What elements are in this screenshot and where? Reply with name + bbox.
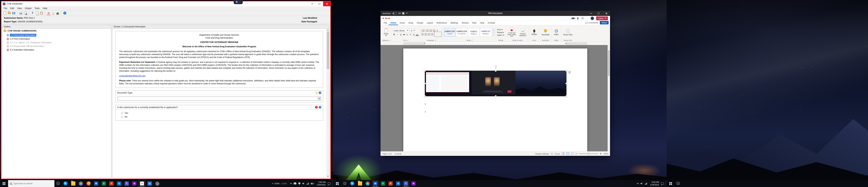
taskbar-app-word[interactable]: W [372,180,379,187]
styles-gallery-more-button[interactable] [492,34,495,36]
select-button[interactable]: Select [497,34,504,36]
taskbar-app-firefox[interactable] [85,180,92,187]
tree-root-node[interactable]: CVM ONADE SUBMISSIONS [2,29,111,33]
menu-view[interactable]: View [16,7,24,10]
more-options-icon[interactable]: … [586,18,589,19]
align-center-button[interactable] [424,33,427,36]
document-scrollbar[interactable] [608,45,610,151]
numbered-list-button[interactable] [425,29,429,32]
borders-button[interactable] [434,33,442,36]
taskbar-app-powerpoint[interactable]: P [387,180,395,187]
tree-item-form-information[interactable]: 2.0 Form Information [2,37,111,41]
task-view-button[interactable] [55,180,62,187]
save-button[interactable] [12,11,16,15]
text-highlight-button[interactable]: A [412,33,415,36]
sensitivity-button[interactable]: Sensitivity [540,29,551,36]
resize-handle-s[interactable] [495,95,497,97]
scrollbar-thumb[interactable] [608,50,610,76]
display-settings-button[interactable]: Display Settings [535,153,549,155]
open-button[interactable] [7,11,11,15]
share-screen-icon[interactable] [581,17,584,19]
read-mode-button[interactable] [562,153,564,155]
taskbar-app-onenote[interactable]: N [130,180,138,187]
start-button[interactable] [333,180,341,187]
tree-item-us-agent-information[interactable]: 3.0 U.S. Agent / U.S. Employee Informati… [2,41,111,44]
network-icon[interactable] [645,183,647,185]
taskbar-app-settings[interactable] [153,180,161,187]
dialog-launcher-icon[interactable] [407,40,408,41]
news-and-interests-widget[interactable]: DOW -1.01% [270,183,289,185]
tab-review[interactable]: Review [460,21,470,25]
superscript-button[interactable]: x² [409,33,412,36]
critical-required-icon[interactable]: ! [315,106,318,109]
hints-button[interactable] [51,11,55,15]
minimize-button[interactable] [587,11,595,16]
style-no-spacing[interactable]: AaBbCcDdNo Spacing [456,28,467,37]
microphone-icon[interactable] [577,17,579,19]
teams-screen-share-pill[interactable] [234,0,243,4]
bold-button[interactable]: B [393,33,396,36]
zoom-in-button[interactable] [600,153,601,154]
taskbar-app-chrome[interactable] [77,180,85,187]
taskbar-app-edge[interactable]: e [62,180,69,187]
scroll-up-button[interactable] [327,29,329,31]
editor-button[interactable]: Editor [553,29,560,36]
network-icon[interactable] [307,183,309,185]
layout-options-button[interactable] [568,71,571,74]
maximize-button[interactable] [595,11,602,16]
tree-item-responsible-official-information[interactable]: 4.0 Responsible Official Information [2,44,111,48]
menu-tools[interactable]: Tools [33,7,41,10]
esubmitter-titlebar[interactable]: CVM eSubmitter [1,1,330,6]
tree-item-document-information[interactable]: 1.0 Document Information [2,33,111,37]
resize-handle-e[interactable] [565,83,567,84]
tab-mailings[interactable]: Mailings [449,21,460,25]
taskbar-app-file-explorer[interactable] [356,180,364,187]
bullet-list-button[interactable] [421,29,425,32]
document-page[interactable]: ¶ ¶ [403,48,587,151]
volume-icon[interactable] [302,183,305,185]
dialog-launcher-icon[interactable] [389,40,391,41]
align-left-button[interactable] [421,33,424,36]
resize-handle-w[interactable] [424,83,426,84]
task-view-button[interactable] [675,180,682,187]
tab-layout[interactable]: Layout [425,21,435,25]
info-icon[interactable]: ? [319,106,321,109]
resize-handle-nw[interactable] [424,70,426,72]
subscript-button[interactable]: x₂ [406,33,409,36]
contact-email-link[interactable]: cvmesubmitter@fda.hhs.gov [119,74,146,77]
copy-button[interactable] [35,11,39,15]
start-button[interactable] [666,180,675,187]
taskbar-clock[interactable]: 2:06 PM 12/6/2022 [648,181,661,186]
resize-handle-sw[interactable] [424,95,426,97]
taskbar-app-esubmitter[interactable]: eS [138,180,146,187]
zoom-slider[interactable] [579,154,598,154]
styles-gallery-up-button[interactable] [492,28,495,31]
battery-icon[interactable] [311,183,314,184]
notification-center-icon[interactable] [661,183,664,185]
tab-references[interactable]: References [435,21,449,25]
print-preview-button[interactable] [24,11,27,15]
scroll-down-button[interactable] [327,175,329,178]
menu-file[interactable]: File [2,7,9,10]
zoom-out-button[interactable] [576,154,577,154]
resize-handle-ne[interactable] [565,70,567,72]
close-button[interactable] [323,1,330,6]
font-name-select[interactable]: Calibri (Body) [393,29,409,32]
tab-help[interactable]: Help [478,21,486,25]
dialog-launcher-icon[interactable] [435,40,436,41]
word-count[interactable]: 0 words [395,153,402,155]
taskbar-app-onenote[interactable]: N [410,180,417,187]
volume-icon[interactable] [641,183,643,185]
styles-gallery-down-button[interactable] [492,31,495,34]
tree-item-submitter-information[interactable]: 5.0 Submitter Information [2,48,111,51]
camera-off-icon[interactable] [572,17,575,19]
radio-option-yes[interactable]: Yes [118,111,321,115]
dropdown-button[interactable] [317,97,321,101]
font-size-select[interactable]: 11 [410,29,415,32]
taskbar-app-teams[interactable]: T [123,180,130,187]
leave-meeting-button[interactable]: Leave [596,16,608,20]
info-icon[interactable]: ? [319,91,321,94]
resize-handle-n[interactable] [495,70,497,72]
autosave-toggle[interactable] [393,12,397,14]
word-titlebar[interactable]: AutoSave Off ↶ PRA Document [380,11,610,16]
